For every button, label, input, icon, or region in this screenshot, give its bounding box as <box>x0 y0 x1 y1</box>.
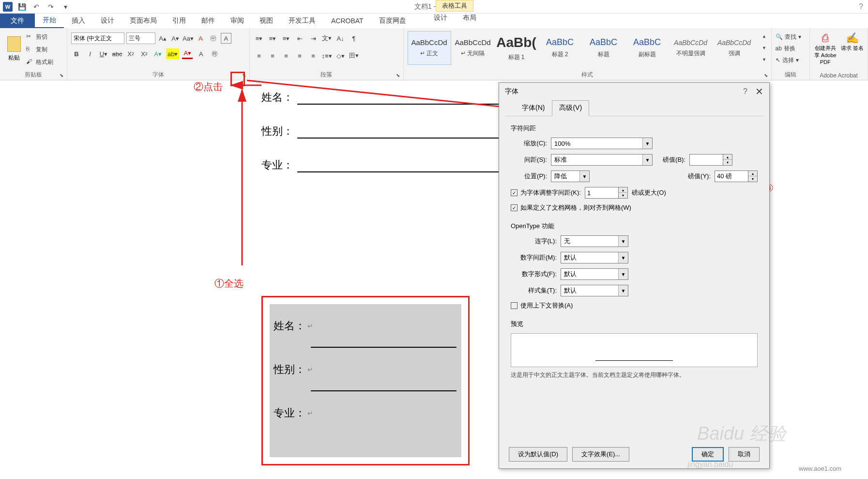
position-combo[interactable]: 降低▼ <box>551 170 590 182</box>
format-painter-button[interactable]: 🖌格式刷 <box>26 56 53 68</box>
style-item[interactable]: AaBbCcDd↵ 正文 <box>408 31 451 65</box>
set-default-button[interactable]: 设为默认值(D) <box>509 447 567 462</box>
table-row[interactable]: 专业：↵ <box>270 391 461 435</box>
chevron-down-icon[interactable]: ▼ <box>618 285 628 296</box>
scale-combo[interactable]: 100%▼ <box>551 138 653 149</box>
spinner-up-icon[interactable]: ▲ <box>723 155 732 160</box>
numspacing-combo[interactable]: 默认▼ <box>561 252 628 263</box>
style-item[interactable]: AaBbC副标题 <box>625 31 669 65</box>
style-item[interactable]: AaBbCcDd不明显强调 <box>669 31 713 65</box>
superscript-button[interactable]: X2 <box>139 48 150 59</box>
decrease-indent-button[interactable]: ⇤ <box>294 33 305 44</box>
font-color-button[interactable]: A▾ <box>182 48 193 59</box>
styleset-combo[interactable]: 默认▼ <box>561 285 628 296</box>
highlight-button[interactable]: ab▾ <box>166 48 179 59</box>
position-pt-spinner[interactable]: ▲▼ <box>715 170 758 182</box>
ok-button[interactable]: 确定 <box>692 447 724 462</box>
show-marks-button[interactable]: ¶ <box>349 33 359 44</box>
tab-baidu-netdisk[interactable]: 百度网盘 <box>371 14 414 28</box>
paragraph-launcher-icon[interactable]: ⬊ <box>395 72 401 78</box>
font-family-select[interactable] <box>71 32 124 44</box>
bold-button[interactable]: B <box>71 48 82 59</box>
styles-scroll-down-icon[interactable]: ▼ <box>759 43 770 53</box>
cancel-button[interactable]: 取消 <box>729 447 760 462</box>
bullets-button[interactable]: ≡▾ <box>254 33 264 44</box>
italic-button[interactable]: I <box>85 48 95 59</box>
char-shading-button[interactable]: A <box>196 48 206 59</box>
tab-references[interactable]: 引用 <box>165 14 194 28</box>
tab-review[interactable]: 审阅 <box>223 14 252 28</box>
tab-view[interactable]: 视图 <box>252 14 281 28</box>
ligature-combo[interactable]: 无▼ <box>561 235 628 247</box>
form-field[interactable]: 专业： <box>261 158 513 172</box>
text-effects-button[interactable]: 文字效果(E)... <box>572 447 629 462</box>
numbering-button[interactable]: ≡▾ <box>267 33 278 44</box>
shrink-font-button[interactable]: A▾ <box>170 33 181 44</box>
chevron-down-icon[interactable]: ▼ <box>618 236 628 247</box>
multilevel-button[interactable]: ≡▾ <box>281 33 291 44</box>
copy-button[interactable]: ⎘复制 <box>26 44 53 55</box>
asian-layout-button[interactable]: 文▾ <box>321 33 332 44</box>
kerning-spinner[interactable]: ▲▼ <box>585 187 628 199</box>
styles-scroll-up-icon[interactable]: ▲ <box>759 31 770 42</box>
align-distribute-button[interactable]: ≡ <box>308 50 319 61</box>
align-center-button[interactable]: ≡ <box>267 50 278 61</box>
char-border-button[interactable]: A <box>221 33 231 44</box>
form-field[interactable]: 性别： <box>261 124 513 139</box>
qat-undo-icon[interactable]: ↶ <box>31 1 42 12</box>
spacing-pt-spinner[interactable]: ▲▼ <box>689 154 732 166</box>
paste-button[interactable]: 粘贴 <box>4 30 24 68</box>
tab-page-layout[interactable]: 页面布局 <box>122 14 165 28</box>
spinner-up-icon[interactable]: ▲ <box>619 187 627 193</box>
style-item[interactable]: AaBbCcDd强调 <box>713 31 756 65</box>
tab-insert[interactable]: 插入 <box>64 14 93 28</box>
table-row[interactable]: 性别：↵ <box>270 348 461 391</box>
spinner-up-icon[interactable]: ▲ <box>748 171 757 176</box>
text-effects-button[interactable]: A▾ <box>152 48 163 59</box>
select-button[interactable]: ↖选择▾ <box>776 54 806 66</box>
subscript-button[interactable]: X2 <box>125 48 136 59</box>
clear-format-button[interactable]: A̶ <box>196 33 206 44</box>
align-right-button[interactable]: ≡ <box>281 50 291 61</box>
strikethrough-button[interactable]: abc <box>112 48 122 59</box>
spinner-down-icon[interactable]: ▼ <box>619 193 627 198</box>
styles-launcher-icon[interactable]: ⬊ <box>762 72 769 78</box>
chevron-down-icon[interactable]: ▼ <box>579 171 589 182</box>
clipboard-launcher-icon[interactable]: ⬊ <box>58 72 65 78</box>
phonetic-guide-button[interactable]: ㊥ <box>208 33 219 44</box>
table-row[interactable]: 姓名：↵ <box>270 304 461 348</box>
chevron-down-icon[interactable]: ▼ <box>618 252 628 263</box>
font-size-select[interactable] <box>126 32 155 44</box>
find-button[interactable]: 🔍查找▾ <box>776 31 806 43</box>
dialog-tab-font[interactable]: 字体(N) <box>515 100 552 116</box>
tab-home[interactable]: 开始 <box>35 14 64 28</box>
dialog-close-icon[interactable]: ✕ <box>755 86 763 97</box>
borders-button[interactable]: 田▾ <box>349 50 359 61</box>
selected-table[interactable]: 姓名：↵性别：↵专业：↵ <box>261 296 470 465</box>
font-launcher-icon[interactable]: ⬊ <box>241 72 247 78</box>
form-field[interactable]: 姓名： <box>261 90 513 105</box>
dialog-tab-advanced[interactable]: 高级(V) <box>552 100 589 116</box>
sort-button[interactable]: A↓ <box>335 33 346 44</box>
style-item[interactable]: AaBbC标题 <box>582 31 625 65</box>
qat-redo-icon[interactable]: ↷ <box>46 1 56 12</box>
change-case-button[interactable]: Aa▾ <box>183 33 194 44</box>
qat-save-icon[interactable]: 💾 <box>16 1 27 12</box>
tab-table-design[interactable]: 设计 <box>426 14 455 22</box>
tab-developer[interactable]: 开发工具 <box>281 14 323 28</box>
shading-button[interactable]: ◇▾ <box>335 50 346 61</box>
dialog-help-icon[interactable]: ? <box>743 87 747 96</box>
chevron-down-icon[interactable]: ▼ <box>642 138 652 149</box>
tab-design[interactable]: 设计 <box>93 14 122 28</box>
replace-button[interactable]: ab替换 <box>776 43 806 54</box>
spinner-down-icon[interactable]: ▼ <box>748 176 757 182</box>
qat-customize-icon[interactable]: ▾ <box>60 1 71 12</box>
spinner-down-icon[interactable]: ▼ <box>723 160 732 165</box>
tab-file[interactable]: 文件 <box>0 14 35 28</box>
cut-button[interactable]: ✂剪切 <box>26 31 53 43</box>
tab-table-layout[interactable]: 布局 <box>455 14 484 22</box>
snap-grid-checkbox[interactable]: ✓ <box>511 204 518 211</box>
chevron-down-icon[interactable]: ▼ <box>618 269 628 279</box>
style-item[interactable]: AaBbCcDd↵ 无间隔 <box>451 31 495 65</box>
styles-more-icon[interactable]: ▼ <box>759 54 770 65</box>
